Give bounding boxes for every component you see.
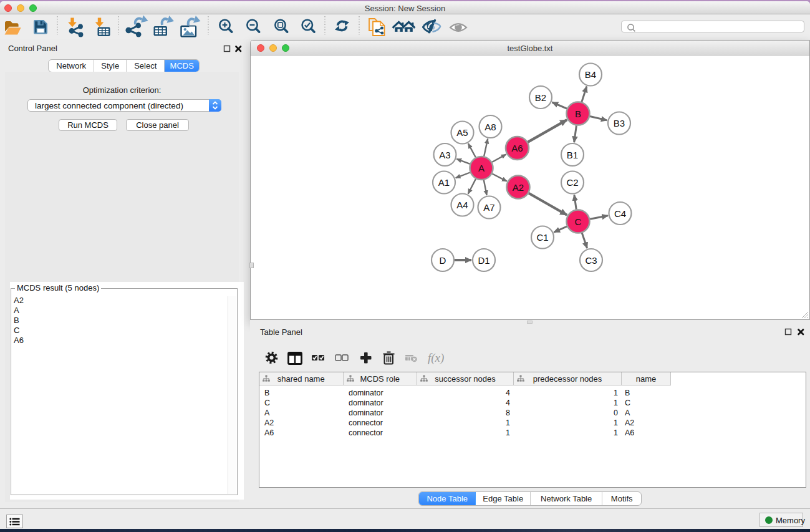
svg-text:C4: C4 (614, 208, 626, 219)
svg-text:C3: C3 (585, 255, 597, 266)
svg-text:B2: B2 (535, 92, 546, 103)
svg-text:B1: B1 (567, 150, 578, 160)
svg-text:A: A (478, 163, 485, 173)
svg-text:B: B (575, 109, 581, 119)
svg-text:A1: A1 (438, 177, 450, 188)
svg-text:A2: A2 (513, 182, 524, 193)
svg-text:B4: B4 (585, 69, 596, 80)
svg-text:C: C (575, 216, 582, 227)
svg-text:C2: C2 (566, 177, 578, 188)
svg-text:A8: A8 (485, 122, 496, 132)
svg-text:B3: B3 (614, 118, 625, 128)
svg-text:C1: C1 (536, 232, 548, 243)
svg-text:D1: D1 (478, 255, 489, 266)
svg-text:f(x): f(x) (428, 351, 444, 365)
svg-text:A6: A6 (511, 143, 523, 153)
svg-text:D: D (440, 255, 446, 266)
svg-text:A4: A4 (456, 200, 468, 210)
svg-text:A3: A3 (439, 150, 450, 160)
svg-text:A5: A5 (456, 127, 468, 138)
svg-text:A7: A7 (483, 202, 494, 213)
